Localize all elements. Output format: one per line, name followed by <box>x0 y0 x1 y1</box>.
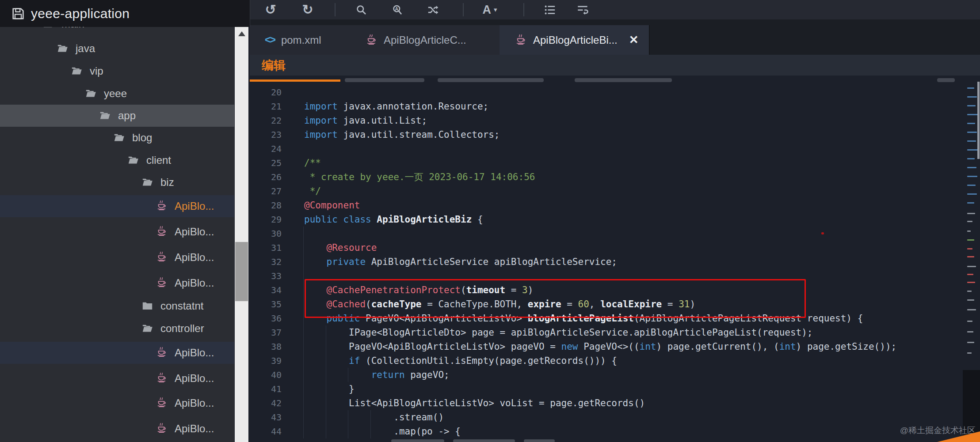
minimap-line <box>967 239 974 241</box>
indent-guide <box>348 424 348 438</box>
tree-item-label: java <box>76 38 95 60</box>
code-token: * create by yeee.一页 2023-06-17 14:06:56 <box>310 172 535 182</box>
code-line-27[interactable]: 27*/ <box>250 184 980 198</box>
minimap-line <box>967 176 977 177</box>
folder-open-icon <box>99 110 111 121</box>
tab-apiblogarticlec-[interactable]: ApiBlogArticleC... <box>350 25 500 55</box>
redo-icon[interactable]: ↻ <box>296 0 319 19</box>
code-line-43[interactable]: 43.stream() <box>250 410 980 424</box>
tab-apiblogarticlebi-[interactable]: ApiBlogArticleBi...✕ <box>500 25 649 55</box>
indent-guide <box>348 410 348 424</box>
minimap-line <box>967 167 976 168</box>
tab-pom-xml[interactable]: <>pom.xml <box>250 25 350 55</box>
line-number: 43 <box>250 410 282 424</box>
code-token: (CollectionUtil.isEmpty(page.getRecords(… <box>360 355 617 366</box>
search-replace-icon[interactable]: A <box>385 0 408 19</box>
scrollbar-thumb[interactable] <box>235 242 248 301</box>
code-line-41[interactable]: 41} <box>250 382 980 396</box>
file-tree[interactable]: mainjavavipyeeeappblogclientbizApiBlo...… <box>0 0 234 442</box>
shuffle-icon[interactable] <box>421 0 444 19</box>
font-size-icon[interactable]: A▾ <box>478 0 501 19</box>
minimap-line <box>967 132 977 133</box>
toolbar-separator <box>463 3 464 16</box>
tree-item-apiblo[interactable]: ApiBlo... <box>0 272 234 294</box>
code-line-38[interactable]: 38PageVO<ApiBlogArticleListVo> pageVO = … <box>250 340 980 354</box>
tree-item-apiblo[interactable]: ApiBlo... <box>0 246 234 268</box>
minimap-line <box>967 256 974 257</box>
code-line-31[interactable]: 31@Resource <box>250 241 980 255</box>
undo-icon[interactable]: ↺ <box>259 0 282 19</box>
list-icon[interactable] <box>538 0 561 19</box>
tree-item-apiblo[interactable]: ApiBlo... <box>0 392 234 414</box>
code-token: ) page.getCurrent(), ( <box>656 341 779 352</box>
tree-item-client[interactable]: client <box>0 149 234 171</box>
editor-scrollbar[interactable] <box>977 82 980 159</box>
red-dot-mark <box>821 232 824 234</box>
line-number: 28 <box>250 198 282 212</box>
line-number: 41 <box>250 382 282 396</box>
tree-item-controller[interactable]: controller <box>0 317 234 340</box>
tree-item-label: ApiBlo... <box>175 392 214 414</box>
tree-item-constatnt[interactable]: constatnt <box>0 295 234 317</box>
tree-item-label: constatnt <box>160 295 203 317</box>
tab-label: ApiBlogArticleBi... <box>533 34 618 46</box>
tree-item-label: app <box>118 105 136 127</box>
code-line-24[interactable]: 24 <box>250 142 980 156</box>
tree-item-apiblo[interactable]: ApiBlo... <box>0 221 234 243</box>
code-line-32[interactable]: 32private ApiBlogArticleService apiBlogA… <box>250 255 980 269</box>
code-line-23[interactable]: 23import java.util.stream.Collectors; <box>250 128 980 142</box>
watermark: @稀土掘金技术社区 <box>900 425 976 436</box>
code-editor[interactable]: 2021import javax.annotation.Resource;22i… <box>250 76 980 442</box>
indent-guide <box>326 424 326 438</box>
code-line-30[interactable]: 30 <box>250 227 980 241</box>
scroll-up-arrow-icon[interactable] <box>238 31 245 36</box>
minimap-line <box>967 185 976 186</box>
code-token: { <box>477 214 483 225</box>
tree-item-label: blog <box>132 127 152 149</box>
code-line-37[interactable]: 37IPage<BlogArticleDto> page = apiBlogAr… <box>250 325 980 340</box>
tree-item-label: ApiBlo... <box>175 272 214 294</box>
java-file-icon <box>156 397 168 409</box>
code-token: public class <box>304 214 371 225</box>
tree-item-biz[interactable]: biz <box>0 171 234 193</box>
tree-item-label: client <box>146 149 171 171</box>
indent-guide <box>326 340 326 354</box>
code-token: */ <box>310 186 321 196</box>
tab-edit[interactable]: 编辑 <box>262 57 286 73</box>
code-line-28[interactable]: 28@Component <box>250 198 980 212</box>
clipped-line-fragment <box>453 439 515 442</box>
code-line-26[interactable]: 26* create by yeee.一页 2023-06-17 14:06:5… <box>250 170 980 184</box>
code-line-29[interactable]: 29public class ApiBlogArticleBiz { <box>250 212 980 227</box>
code-line-22[interactable]: 22import java.util.List; <box>250 113 980 128</box>
close-icon[interactable]: ✕ <box>629 33 639 47</box>
indent-guide <box>303 424 304 438</box>
tree-item-apiblo[interactable]: ApiBlo... <box>0 418 234 440</box>
code-line-42[interactable]: 42List<ApiBlogArticleListVo> voList = pa… <box>250 396 980 410</box>
search-icon[interactable] <box>350 0 373 19</box>
file-tree-scrollbar[interactable] <box>235 27 248 442</box>
code-line-40[interactable]: 40return pageVO; <box>250 368 980 382</box>
folder-closed-icon <box>141 300 153 312</box>
minimap-line <box>967 123 975 124</box>
code-line-45[interactable]: 45 <box>250 438 980 442</box>
word-wrap-icon[interactable] <box>571 0 594 19</box>
code-line-25[interactable]: 25/** <box>250 156 980 170</box>
tree-item-vip[interactable]: vip <box>0 60 234 82</box>
code-line-20[interactable]: 20 <box>250 85 980 99</box>
indent-guide <box>303 255 304 269</box>
minimap-line <box>967 274 973 275</box>
tree-item-yeee[interactable]: yeee <box>0 83 234 105</box>
code-token: pageVO; <box>405 370 450 380</box>
tree-item-app[interactable]: app <box>0 105 234 127</box>
tree-item-apiblo[interactable]: ApiBlo... <box>0 367 234 389</box>
minimap-line <box>967 321 972 322</box>
tree-item-apiblo[interactable]: ApiBlo... <box>0 195 234 217</box>
code-line-44[interactable]: 44.map(po -> { <box>250 424 980 438</box>
folder-open-icon <box>141 176 153 188</box>
code-line-21[interactable]: 21import javax.annotation.Resource; <box>250 99 980 113</box>
tree-item-java[interactable]: java <box>0 38 234 60</box>
line-number: 40 <box>250 368 282 382</box>
tree-item-apiblo[interactable]: ApiBlo... <box>0 342 234 364</box>
code-line-39[interactable]: 39if (CollectionUtil.isEmpty(page.getRec… <box>250 354 980 368</box>
tree-item-blog[interactable]: blog <box>0 127 234 149</box>
